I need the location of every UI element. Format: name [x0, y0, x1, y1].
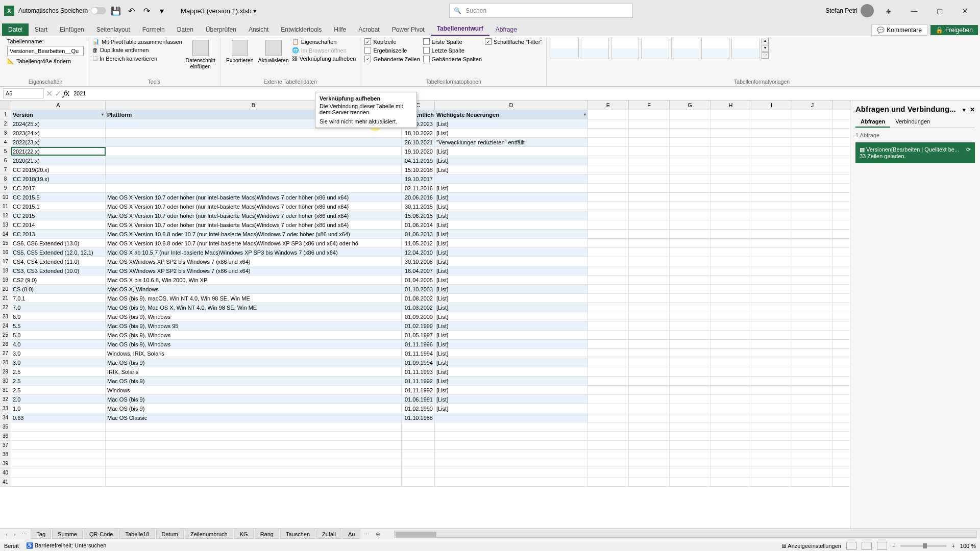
- table-row[interactable]: 37: [0, 441, 850, 450]
- table-row[interactable]: 14 CC 2013 Mac OS X Version 10.6.8 oder …: [0, 230, 850, 239]
- table-style[interactable]: [611, 38, 639, 59]
- opt-banded[interactable]: Gebänderte Zeilen: [364, 55, 420, 63]
- fx-icon[interactable]: 𝑓x: [63, 89, 69, 98]
- comments-button[interactable]: 💬 Kommentare: [871, 24, 927, 36]
- table-row[interactable]: 24 5.5 Mac OS (bis 9), Windows 95 01.02.…: [0, 321, 850, 331]
- table-row[interactable]: 40: [0, 468, 850, 478]
- table-row[interactable]: 36: [0, 432, 850, 441]
- query-card[interactable]: ▦ Versionen[Bearbeiten | Quelltext be...…: [855, 142, 975, 163]
- sheet-more-icon[interactable]: ⋯: [19, 531, 30, 538]
- gallery-more-icon[interactable]: ⋯: [762, 52, 769, 59]
- search-input[interactable]: 🔍 Suchen: [449, 4, 633, 18]
- save-icon[interactable]: 💾: [110, 5, 121, 16]
- table-row[interactable]: 22 7.0 Mac OS (bis 9), Mac OS X, Win NT …: [0, 303, 850, 312]
- maximize-button[interactable]: ▢: [929, 4, 950, 18]
- style-gallery[interactable]: ▴ ▾ ⋯: [551, 38, 769, 59]
- select-all-button[interactable]: [0, 101, 11, 110]
- table-row[interactable]: 28 3.0 Mac OS (bis 9) 01.09.1994 [List]: [0, 358, 850, 367]
- table-row[interactable]: 9 CC 2017 02.11.2016 [List]: [0, 184, 850, 193]
- zoom-out-icon[interactable]: −: [892, 543, 895, 549]
- table-row[interactable]: 13 CC 2014 Mac OS X Version 10.7 oder hö…: [0, 220, 850, 230]
- refresh-button[interactable]: Aktualisieren: [258, 38, 289, 63]
- table-header[interactable]: Wichtigste Neuerungen▾: [435, 110, 588, 119]
- gallery-down-icon[interactable]: ▾: [762, 45, 769, 52]
- table-row[interactable]: 32 2.0 Mac OS (bis 9) 01.06.1991 [List]: [0, 395, 850, 404]
- sheet-tab[interactable]: Au: [342, 530, 360, 539]
- insert-slicer-button[interactable]: Datenschnitt einfügen: [185, 38, 216, 69]
- table-row[interactable]: 33 1.0 Mac OS (bis 9) 01.02.1990 [List]: [0, 404, 850, 413]
- table-row[interactable]: 26 4.0 Mac OS (bis 9), Windows 01.11.199…: [0, 340, 850, 349]
- unlink-button[interactable]: ⛓ Verknüpfung aufheben: [292, 55, 356, 62]
- accessibility-status[interactable]: ♿ Barrierefreiheit: Untersuchen: [26, 542, 107, 549]
- horizontal-scrollbar[interactable]: [394, 531, 977, 538]
- col-header[interactable]: H: [710, 101, 751, 110]
- table-row[interactable]: 2 2024(25.x) 13.09.2023 [List]: [0, 119, 850, 129]
- table-row[interactable]: 25 5.0 Mac OS (bis 9), Windows 01.05.199…: [0, 331, 850, 340]
- tab-developer[interactable]: Entwicklertools: [275, 23, 328, 36]
- undo-icon[interactable]: ↶: [126, 5, 137, 16]
- view-normal-icon[interactable]: [846, 542, 856, 550]
- table-row[interactable]: 3 2023(24.x) 18.10.2022 [List]: [0, 129, 850, 138]
- table-row[interactable]: 8 CC 2018(19.x) 19.10.2017: [0, 174, 850, 184]
- col-header[interactable]: A: [11, 101, 106, 110]
- col-header[interactable]: F: [629, 101, 670, 110]
- tab-start[interactable]: Start: [29, 23, 54, 36]
- table-row[interactable]: 38: [0, 450, 850, 459]
- tab-help[interactable]: Hilfe: [328, 23, 352, 36]
- worksheet[interactable]: A B C D E F G H I J 1 Version▾ Plattform…: [0, 101, 850, 528]
- table-style[interactable]: [671, 38, 699, 59]
- sheet-tab[interactable]: Rang: [255, 530, 279, 539]
- tab-powerpivot[interactable]: Power Pivot: [386, 23, 431, 36]
- table-style[interactable]: [701, 38, 729, 59]
- zoom-level[interactable]: 100 %: [960, 543, 976, 549]
- view-layout-icon[interactable]: [862, 542, 872, 550]
- tab-formulas[interactable]: Formeln: [136, 23, 171, 36]
- tab-data[interactable]: Daten: [171, 23, 200, 36]
- tab-file[interactable]: Datei: [2, 23, 29, 36]
- cancel-icon[interactable]: ✕: [46, 89, 53, 98]
- table-row[interactable]: 30 2.5 Mac OS (bis 9) 01.11.1992 [List]: [0, 377, 850, 386]
- col-header[interactable]: G: [670, 101, 710, 110]
- table-style[interactable]: [581, 38, 609, 59]
- table-row[interactable]: 31 2.5 Windows 01.11.1992 [List]: [0, 386, 850, 395]
- tab-tabledesign[interactable]: Tabellenentwurf: [431, 22, 489, 36]
- col-header[interactable]: J: [792, 101, 833, 110]
- export-button[interactable]: Exportieren: [225, 38, 255, 63]
- table-row[interactable]: 20 CS (8.0) Mac OS X, Windows 01.10.2003…: [0, 285, 850, 294]
- opt-header[interactable]: Kopfzeile: [364, 38, 420, 45]
- sheet-tab[interactable]: KG: [234, 530, 254, 539]
- table-style[interactable]: [641, 38, 669, 59]
- sheet-tab[interactable]: Datum: [156, 530, 184, 539]
- opt-bandedcol[interactable]: Gebänderte Spalten: [423, 55, 482, 63]
- filename[interactable]: Mappe3 (version 1).xlsb ▾: [181, 7, 257, 15]
- tab-review[interactable]: Überprüfen: [200, 23, 242, 36]
- redo-icon[interactable]: ↷: [141, 5, 152, 16]
- sheet-tab[interactable]: Summe: [52, 530, 83, 539]
- pane-tab-queries[interactable]: Abfragen: [855, 116, 890, 128]
- table-row[interactable]: 4 2022(23.x) 26.10.2021 "Verwacklungen r…: [0, 138, 850, 147]
- tab-query[interactable]: Abfrage: [489, 23, 523, 36]
- name-box[interactable]: [3, 88, 44, 98]
- table-row[interactable]: 23 6.0 Mac OS (bis 9), Windows 01.09.200…: [0, 312, 850, 321]
- convert-range-button[interactable]: ⬚ In Bereich konvertieren: [92, 55, 182, 62]
- table-row[interactable]: 39: [0, 459, 850, 468]
- zoom-slider[interactable]: [900, 545, 946, 547]
- tab-acrobat[interactable]: Acrobat: [352, 23, 385, 36]
- table-row[interactable]: 17 CS4, CS4 Extended (11.0) Mac OS XWind…: [0, 257, 850, 266]
- table-row[interactable]: 7 CC 2019(20.x) 15.10.2018 [List]: [0, 165, 850, 174]
- table-row[interactable]: 10 CC 2015.5 Mac OS X Version 10.7 oder …: [0, 193, 850, 202]
- zoom-in-icon[interactable]: +: [951, 543, 954, 549]
- share-button[interactable]: 🔓 Freigeben: [930, 25, 978, 35]
- new-sheet-button[interactable]: ⊕: [373, 531, 383, 538]
- tab-layout[interactable]: Seitenlayout: [90, 23, 136, 36]
- minimize-button[interactable]: —: [903, 4, 925, 18]
- remove-duplicates-button[interactable]: 🗑 Duplikate entfernen: [92, 46, 182, 54]
- col-header[interactable]: D: [435, 101, 588, 110]
- summarize-pivot-button[interactable]: 📊 Mit PivotTable zusammenfassen: [92, 38, 182, 45]
- toggle-icon[interactable]: [91, 7, 106, 14]
- table-row[interactable]: 12 CC 2015 Mac OS X Version 10.7 oder hö…: [0, 211, 850, 220]
- table-row[interactable]: 6 2020(21.x) 04.11.2019 [List]: [0, 156, 850, 165]
- sheet-tab[interactable]: QR-Code: [84, 530, 118, 539]
- opt-lastcol[interactable]: Letzte Spalte: [423, 46, 482, 54]
- table-row[interactable]: 16 CS5, CS5 Extended (12.0, 12.1) Mac OS…: [0, 248, 850, 257]
